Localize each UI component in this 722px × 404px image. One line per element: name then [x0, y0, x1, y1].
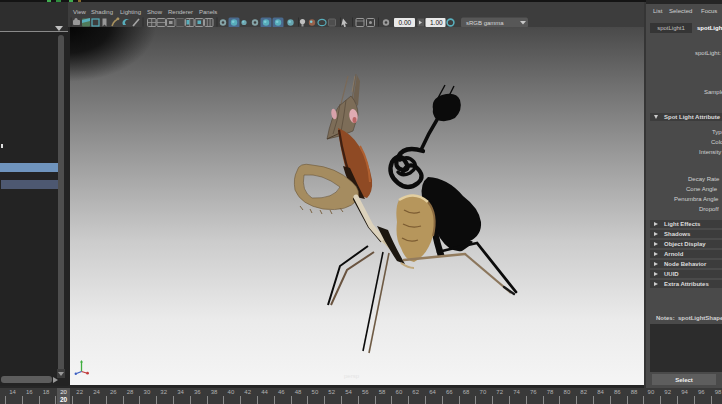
svg-text:0.00: 0.00	[399, 19, 412, 26]
svg-text:1.00: 1.00	[430, 19, 443, 26]
svg-text:sRGB gamma: sRGB gamma	[466, 20, 504, 26]
